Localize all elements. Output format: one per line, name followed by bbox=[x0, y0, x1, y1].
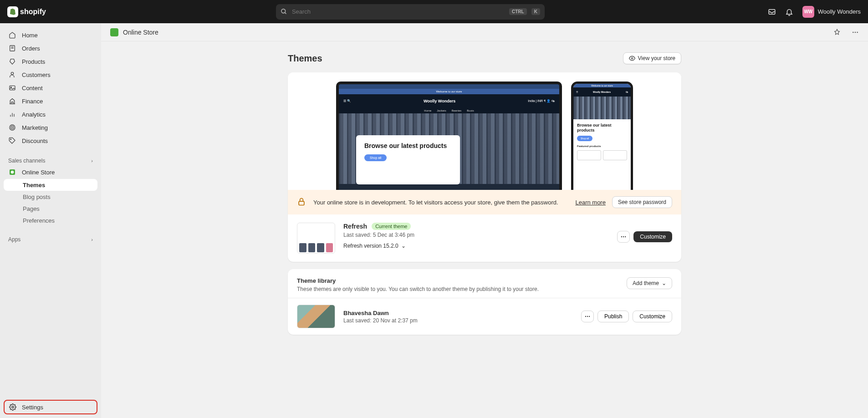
svg-text:shopify: shopify bbox=[20, 8, 46, 15]
bell-icon[interactable] bbox=[785, 8, 793, 16]
avatar: WW bbox=[802, 6, 814, 18]
search-input[interactable] bbox=[292, 8, 505, 15]
svg-line-2 bbox=[285, 12, 286, 14]
profile-button[interactable]: WW Woolly Wonders bbox=[802, 6, 861, 18]
topbar: shopify CTRL K WW Woolly Wonders bbox=[0, 0, 868, 23]
kbd-ctrl: CTRL bbox=[509, 8, 527, 15]
search-icon bbox=[281, 8, 287, 15]
kbd-k: K bbox=[531, 8, 540, 15]
inbox-icon[interactable] bbox=[768, 8, 776, 16]
store-name: Woolly Wonders bbox=[818, 8, 861, 15]
search-box[interactable]: CTRL K bbox=[276, 4, 545, 20]
shopify-logo[interactable]: shopify bbox=[7, 6, 53, 17]
svg-point-1 bbox=[281, 9, 286, 13]
